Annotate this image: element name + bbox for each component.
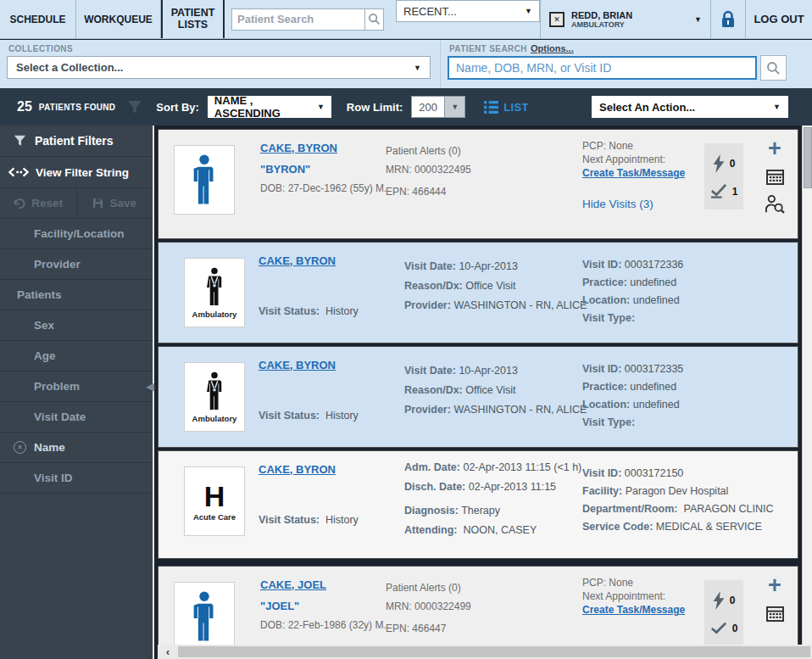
visit-field: Visit Type: bbox=[582, 416, 683, 428]
top-nav-bar: SCHEDULE WORKQUEUE PATIENT LISTS RECENT.… bbox=[0, 0, 812, 39]
patient-name-link[interactable]: CAKE, BYRON bbox=[259, 463, 336, 476]
field-value: PARAGON CLINIC bbox=[683, 503, 773, 515]
visit-avatar: Ambulatory bbox=[184, 258, 245, 327]
row-limit-stepper[interactable]: ▼ bbox=[445, 96, 465, 118]
visit-field: Facility: Paragon Dev Hospital bbox=[582, 485, 774, 497]
sidebar-collapse-handle[interactable]: ◀ bbox=[146, 380, 154, 393]
filter-bar: COLLECTIONS Select a Collection... ▼ PAT… bbox=[0, 40, 812, 88]
sidebar-item-name[interactable]: ✕ Name bbox=[0, 433, 153, 463]
provider-lookup-button[interactable] bbox=[765, 195, 785, 214]
view-filter-string-button[interactable]: View Filter String bbox=[0, 157, 153, 188]
vertical-scrollbar[interactable] bbox=[802, 126, 812, 659]
pcp-label: PCP: bbox=[582, 140, 606, 152]
patient-search-go-button[interactable] bbox=[760, 55, 787, 81]
sidebar-item-patients[interactable]: Patients bbox=[0, 280, 153, 310]
patient-avatar bbox=[174, 145, 235, 215]
patient-search-input[interactable] bbox=[231, 8, 365, 31]
visit-avatar: Ambulatory bbox=[184, 362, 245, 432]
sort-by-label: Sort By: bbox=[156, 101, 199, 114]
visit-type-label: Ambulatory bbox=[192, 310, 237, 319]
list-icon bbox=[484, 101, 498, 114]
scroll-left-button[interactable]: ‹ bbox=[158, 645, 178, 659]
visit-status-label: Visit Status: bbox=[259, 514, 320, 526]
patient-avatar bbox=[174, 582, 235, 651]
tab-workqueue[interactable]: WORKQUEUE bbox=[76, 0, 161, 38]
collections-dropdown[interactable]: Select a Collection... ▼ bbox=[7, 56, 431, 79]
sort-dropdown[interactable]: NAME , ASCENDING ▼ bbox=[208, 96, 331, 118]
logout-button[interactable]: LOG OUT bbox=[746, 0, 812, 38]
patient-identity: CAKE, BYRON "BYRON" DOB: 27-Dec-1962 (55… bbox=[260, 140, 383, 194]
filter-string-icon bbox=[8, 167, 29, 177]
reset-button[interactable]: Reset bbox=[0, 188, 77, 218]
lock-button[interactable] bbox=[711, 0, 745, 38]
chevron-down-icon: ▼ bbox=[773, 103, 781, 111]
search-button[interactable] bbox=[365, 8, 384, 31]
patient-results-list: CAKE, BYRON "BYRON" DOB: 27-Dec-1962 (55… bbox=[153, 126, 802, 659]
sidebar-item-sex[interactable]: Sex bbox=[0, 310, 153, 341]
tab-patient-lists[interactable]: PATIENT LISTS bbox=[161, 0, 225, 38]
schedule-appointment-button[interactable] bbox=[766, 169, 784, 185]
sort-dropdown-value: NAME , ASCENDING bbox=[214, 94, 317, 120]
visit-field: Department/Room: PARAGON CLINIC bbox=[582, 503, 774, 515]
results-toolbar: 25 PATIENTS FOUND Sort By: NAME , ASCEND… bbox=[0, 88, 812, 126]
visit-location-info: Visit ID: 0003172150 Facility: Paragon D… bbox=[582, 461, 774, 533]
field-value: Therapy bbox=[461, 505, 500, 517]
visit-details: Visit Date: 10-Apr-2013 Reason/Dx: Offic… bbox=[404, 357, 587, 416]
user-menu[interactable]: ✕ REDD, BRIAN AMBULATORY ▼ bbox=[541, 0, 710, 38]
visit-status: Visit Status: History bbox=[259, 410, 381, 422]
dob-label: DOB: bbox=[260, 619, 285, 631]
patient-filters-header: Patient Filters bbox=[0, 126, 153, 157]
hide-visits-link[interactable]: Hide Visits (3) bbox=[582, 198, 718, 210]
row-limit-value[interactable]: 200 bbox=[411, 96, 445, 118]
patient-name-link[interactable]: CAKE, BYRON bbox=[259, 359, 336, 371]
field-label: Provider: bbox=[404, 299, 451, 311]
visit-type-label: Acute Care bbox=[193, 512, 236, 522]
ambulatory-icon bbox=[202, 371, 227, 412]
remove-filter-icon[interactable]: ✕ bbox=[14, 441, 26, 454]
sidebar-item-problem[interactable]: Problem bbox=[0, 371, 153, 402]
create-task-link[interactable]: Create Task/Message bbox=[582, 167, 685, 179]
recent-dropdown[interactable]: RECENT... ▼ bbox=[396, 0, 540, 22]
tab-schedule[interactable]: SCHEDULE bbox=[0, 0, 76, 38]
list-view-toggle[interactable]: LIST bbox=[484, 101, 528, 114]
sidebar-item-age[interactable]: Age bbox=[0, 341, 153, 371]
patient-name-link[interactable]: CAKE, BYRON bbox=[260, 142, 337, 154]
horizontal-scrollbar-thumb[interactable] bbox=[178, 646, 810, 657]
visit-field: Service Code: MEDICAL & SERVICE bbox=[582, 521, 774, 533]
person-search-icon bbox=[765, 195, 785, 214]
patient-mrn: MRN: 0000322495 bbox=[386, 164, 581, 176]
add-button[interactable]: + bbox=[768, 575, 781, 595]
patient-care-info: PCP: None Next Appointment: Create Task/… bbox=[582, 138, 718, 210]
field-label: Diagnosis: bbox=[404, 505, 459, 517]
dob-value: 22-Feb-1986 (32y) M. bbox=[288, 619, 387, 631]
field-value: undefined bbox=[630, 381, 676, 393]
stat-alerts: 0 bbox=[713, 591, 736, 610]
visit-details: Adm. Date: 02-Apr-2013 11:15 (<1 h) Disc… bbox=[404, 461, 581, 536]
save-button[interactable]: Save bbox=[77, 188, 153, 218]
sidebar-item-facility-location[interactable]: Facility/Location bbox=[0, 219, 153, 249]
patient-name-link[interactable]: CAKE, BYRON bbox=[259, 254, 336, 267]
patient-search-field[interactable] bbox=[448, 56, 757, 80]
divider bbox=[440, 40, 441, 88]
visit-status-value: History bbox=[325, 514, 359, 526]
mrn-value: 0000322499 bbox=[414, 600, 471, 612]
create-task-link[interactable]: Create Task/Message bbox=[582, 604, 685, 616]
sidebar-item-visit-date[interactable]: Visit Date bbox=[0, 402, 153, 433]
horizontal-scrollbar[interactable]: ‹ bbox=[158, 645, 812, 659]
patient-actions: + bbox=[760, 138, 789, 214]
schedule-appointment-button[interactable] bbox=[766, 606, 784, 622]
options-link[interactable]: Options... bbox=[531, 43, 574, 53]
patient-epn: EPN: 466444 bbox=[386, 186, 581, 198]
add-button[interactable]: + bbox=[768, 138, 781, 159]
vertical-scrollbar-thumb[interactable] bbox=[804, 127, 812, 188]
patient-name-link[interactable]: CAKE, JOEL bbox=[260, 578, 326, 591]
calendar-icon bbox=[766, 169, 784, 185]
visit-field: Provider: WASHINGTON - RN, ALICE bbox=[404, 299, 587, 311]
collections-label: COLLECTIONS bbox=[8, 44, 73, 53]
sidebar-item-visit-id[interactable]: Visit ID bbox=[0, 463, 153, 494]
action-dropdown[interactable]: Select An Action... ▼ bbox=[592, 96, 788, 118]
field-value: Paragon Dev Hospital bbox=[626, 485, 729, 497]
field-value: WASHINGTON - RN, ALICE bbox=[453, 299, 587, 311]
sidebar-item-provider[interactable]: Provider bbox=[0, 249, 153, 280]
field-label: Disch. Date: bbox=[404, 481, 465, 493]
